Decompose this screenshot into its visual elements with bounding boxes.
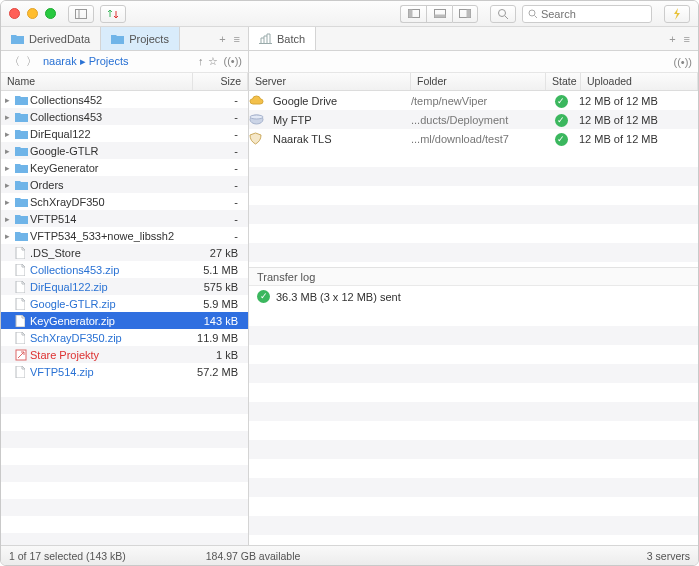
file-size: 1 kB <box>189 349 244 361</box>
layout-left-button[interactable] <box>400 5 426 23</box>
file-icon <box>15 332 30 344</box>
file-list[interactable]: ▸Collections452-▸Collections453-▸DirEqua… <box>1 91 248 545</box>
tab-batch[interactable]: Batch <box>249 27 316 50</box>
disclosure-triangle[interactable]: ▸ <box>5 214 15 224</box>
server-state: ✓ <box>546 113 576 127</box>
server-row[interactable]: My FTP...ducts/Deployment✓12 MB of 12 MB <box>249 110 698 129</box>
col-server[interactable]: Server <box>249 73 411 90</box>
zoom-window-button[interactable] <box>45 8 56 19</box>
col-state[interactable]: State <box>546 73 581 90</box>
server-uploaded: 12 MB of 12 MB <box>576 95 698 107</box>
file-row[interactable]: .DS_Store27 kB <box>1 244 248 261</box>
nav-back-button[interactable]: 〈 <box>7 54 22 69</box>
file-row[interactable]: VFTP514.zip57.2 MB <box>1 363 248 380</box>
folder-icon <box>15 163 30 173</box>
server-folder: /temp/newViper <box>411 95 546 107</box>
server-folder: ...ml/download/test7 <box>411 133 546 145</box>
file-row[interactable]: ▸KeyGenerator- <box>1 159 248 176</box>
new-tab-button-right[interactable]: + <box>666 33 678 45</box>
tab-menu-button[interactable]: ≡ <box>231 33 243 45</box>
file-row[interactable]: ▸SchXrayDF350- <box>1 193 248 210</box>
folder-icon <box>11 34 24 44</box>
disclosure-triangle[interactable]: ▸ <box>5 146 15 156</box>
transfer-log-line: 36.3 MB (3 x 12 MB) sent <box>276 291 401 303</box>
server-name: Naarak TLS <box>271 133 411 145</box>
file-row[interactable]: ▸Orders- <box>1 176 248 193</box>
file-row[interactable]: ▸DirEqual122- <box>1 125 248 142</box>
file-row[interactable]: ▸Collections453- <box>1 108 248 125</box>
layout-segmented-control[interactable] <box>400 5 478 23</box>
file-size: - <box>189 213 244 225</box>
file-row[interactable]: ▸Collections452- <box>1 91 248 108</box>
tab-menu-button-right[interactable]: ≡ <box>681 33 693 45</box>
col-name[interactable]: Name <box>1 73 193 90</box>
file-row[interactable]: Google-GTLR.zip5.9 MB <box>1 295 248 312</box>
file-icon <box>15 264 30 276</box>
file-icon <box>15 366 30 378</box>
sidebar-toggle-button[interactable] <box>68 5 94 23</box>
broadcast-icon[interactable]: ((•)) <box>223 55 242 68</box>
file-size: 11.9 MB <box>189 332 244 344</box>
status-bar: 1 of 17 selected (143 kB) 184.97 GB avai… <box>1 545 698 565</box>
action-button[interactable] <box>664 5 690 23</box>
file-size: - <box>189 94 244 106</box>
file-row[interactable]: SchXrayDF350.zip11.9 MB <box>1 329 248 346</box>
svg-rect-0 <box>76 9 87 18</box>
broadcast-icon-right[interactable]: ((•)) <box>673 56 692 68</box>
pane-left-icon <box>408 9 420 18</box>
search-field[interactable] <box>522 5 652 23</box>
file-row[interactable]: KeyGenerator.zip143 kB <box>1 312 248 329</box>
file-row[interactable]: ▸VFTP514- <box>1 210 248 227</box>
file-row[interactable]: ▸Google-GTLR- <box>1 142 248 159</box>
col-uploaded[interactable]: Uploaded <box>581 73 698 90</box>
disclosure-triangle[interactable]: ▸ <box>5 180 15 190</box>
file-name: SchXrayDF350.zip <box>30 332 189 344</box>
server-state: ✓ <box>546 132 576 146</box>
disclosure-triangle[interactable]: ▸ <box>5 231 15 241</box>
col-folder[interactable]: Folder <box>411 73 546 90</box>
nav-forward-button[interactable]: 〉 <box>24 54 39 69</box>
svg-point-8 <box>499 9 506 16</box>
right-tabs: Batch + ≡ <box>249 27 698 51</box>
minimize-window-button[interactable] <box>27 8 38 19</box>
disclosure-triangle[interactable]: ▸ <box>5 163 15 173</box>
sort-up-icon[interactable]: ↑ <box>198 55 204 68</box>
file-row[interactable]: ▸VFTP534_533+nowe_libssh2- <box>1 227 248 244</box>
breadcrumb-path[interactable]: naarak ▸ Projects <box>43 55 194 68</box>
server-row[interactable]: Naarak TLS...ml/download/test7✓12 MB of … <box>249 129 698 148</box>
server-list[interactable]: Google Drive/temp/newViper✓12 MB of 12 M… <box>249 91 698 148</box>
file-row[interactable]: DirEqual122.zip575 kB <box>1 278 248 295</box>
file-icon <box>15 247 30 259</box>
tab-deriveddata[interactable]: DerivedData <box>1 27 101 50</box>
folder-icon <box>15 146 30 156</box>
col-size[interactable]: Size <box>193 73 248 90</box>
layout-bottom-button[interactable] <box>426 5 452 23</box>
search-icon <box>528 9 537 19</box>
close-window-button[interactable] <box>9 8 20 19</box>
quicklook-button[interactable] <box>490 5 516 23</box>
file-name: .DS_Store <box>30 247 189 259</box>
svg-line-11 <box>535 15 537 18</box>
disclosure-triangle[interactable]: ▸ <box>5 129 15 139</box>
sync-button[interactable] <box>100 5 126 23</box>
disclosure-triangle[interactable]: ▸ <box>5 112 15 122</box>
server-name: My FTP <box>271 114 411 126</box>
layout-right-button[interactable] <box>452 5 478 23</box>
favorite-icon[interactable]: ☆ <box>208 55 218 68</box>
new-tab-button[interactable]: + <box>216 33 228 45</box>
right-pane: Google Drive/temp/newViper✓12 MB of 12 M… <box>249 91 698 545</box>
file-name: Collections452 <box>30 94 189 106</box>
file-row[interactable]: Stare Projekty1 kB <box>1 346 248 363</box>
check-icon: ✓ <box>555 95 568 108</box>
disclosure-triangle[interactable]: ▸ <box>5 197 15 207</box>
tab-projects[interactable]: Projects <box>101 27 180 50</box>
folder-icon <box>15 214 30 224</box>
server-row[interactable]: Google Drive/temp/newViper✓12 MB of 12 M… <box>249 91 698 110</box>
folder-icon <box>15 112 30 122</box>
folder-icon <box>15 180 30 190</box>
svg-rect-5 <box>434 15 445 18</box>
disclosure-triangle[interactable]: ▸ <box>5 95 15 105</box>
file-row[interactable]: Collections453.zip5.1 MB <box>1 261 248 278</box>
left-pane: ▸Collections452-▸Collections453-▸DirEqua… <box>1 91 249 545</box>
search-input[interactable] <box>541 8 646 20</box>
